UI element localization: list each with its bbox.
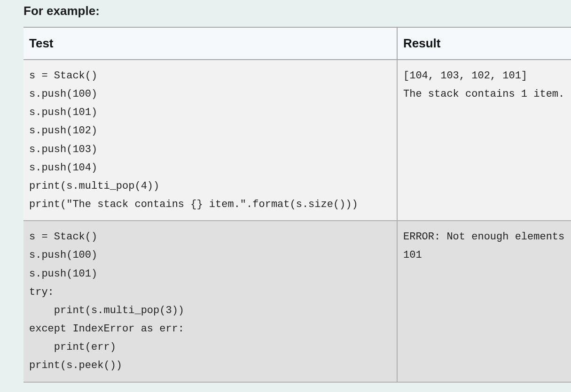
column-header-test: Test: [23, 27, 397, 60]
result-cell: ERROR: Not enough elements 101: [397, 221, 571, 382]
result-cell: [104, 103, 102, 101] The stack contains …: [397, 60, 571, 221]
column-header-result: Result: [397, 27, 571, 60]
example-table: Test Result s = Stack() s.push(100) s.pu…: [23, 27, 571, 383]
table-row: s = Stack() s.push(100) s.push(101) try:…: [23, 221, 571, 382]
table-header-row: Test Result: [23, 27, 571, 60]
example-heading: For example:: [23, 4, 571, 18]
table-row: s = Stack() s.push(100) s.push(101) s.pu…: [23, 60, 571, 221]
test-code-cell: s = Stack() s.push(100) s.push(101) s.pu…: [23, 60, 397, 221]
test-code-cell: s = Stack() s.push(100) s.push(101) try:…: [23, 221, 397, 382]
